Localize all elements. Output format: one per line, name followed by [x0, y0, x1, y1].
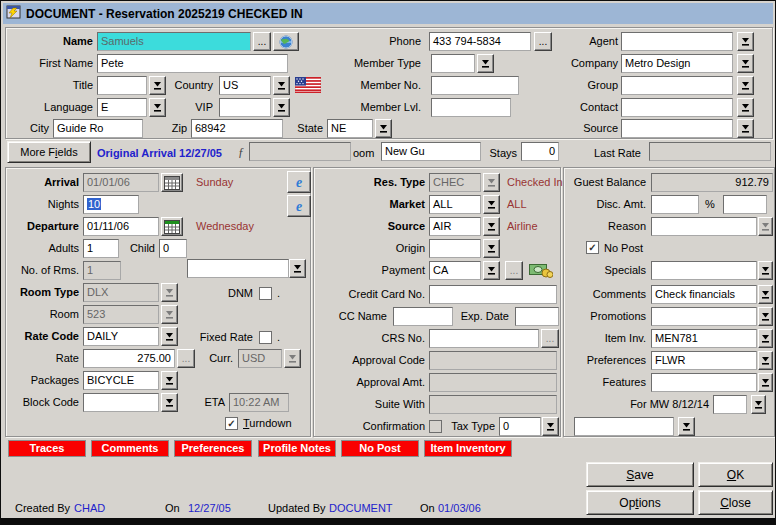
item-inventory-button[interactable]: Item Inventory: [424, 440, 512, 457]
language-field[interactable]: E: [97, 98, 147, 117]
agent-field[interactable]: [621, 32, 733, 51]
traces-button[interactable]: Traces: [8, 440, 86, 457]
company-dropdown-button[interactable]: [737, 54, 754, 73]
res-source-dropdown-button[interactable]: [483, 217, 500, 236]
packages-dropdown-button[interactable]: [161, 371, 178, 390]
block-code-field[interactable]: [83, 393, 159, 412]
adults-field[interactable]: 1: [83, 239, 119, 258]
agent-dropdown-button[interactable]: [737, 32, 754, 51]
disc-amt-field[interactable]: [651, 195, 699, 214]
comments-button[interactable]: Comments: [91, 440, 169, 457]
dnm-checkbox[interactable]: [259, 287, 272, 300]
zip-field[interactable]: 68942: [191, 119, 283, 138]
nights-field[interactable]: 10: [83, 195, 139, 214]
specials-dropdown-button[interactable]: [758, 261, 773, 280]
member-type-dropdown-button[interactable]: [477, 54, 494, 73]
for-mw-field[interactable]: [713, 395, 747, 414]
first-name-field[interactable]: Pete: [97, 54, 288, 73]
market-dropdown-button[interactable]: [483, 195, 500, 214]
contact-field[interactable]: [621, 98, 733, 117]
member-no-field[interactable]: [431, 76, 519, 95]
preferences-button[interactable]: Preferences: [174, 440, 252, 457]
phone-field[interactable]: 433 794-5834: [429, 32, 531, 51]
ok-button[interactable]: OK: [698, 462, 773, 487]
title-field[interactable]: [97, 76, 147, 95]
arrival-calendar-button[interactable]: [161, 173, 183, 192]
rate-field[interactable]: 275.00: [83, 349, 175, 368]
close-button[interactable]: Close: [698, 490, 773, 515]
save-button[interactable]: Save: [586, 462, 694, 487]
payment-field[interactable]: CA: [429, 261, 481, 280]
item-inv-dropdown-button[interactable]: [758, 329, 773, 348]
preferences-field[interactable]: FLWR: [651, 351, 757, 370]
language-label: Language: [21, 99, 93, 115]
specials-field[interactable]: [651, 261, 757, 280]
for-mw-dropdown-button[interactable]: [751, 395, 766, 414]
reason-field[interactable]: [651, 217, 757, 236]
res-source-field[interactable]: AIR: [429, 217, 481, 236]
promotions-dropdown-button[interactable]: [758, 307, 773, 326]
acct-extra-field[interactable]: [574, 417, 674, 436]
source-field[interactable]: [621, 119, 733, 138]
promotions-field[interactable]: [651, 307, 757, 326]
member-lvl-field[interactable]: [431, 98, 511, 117]
state-dropdown-button[interactable]: [375, 119, 392, 138]
country-dropdown-button[interactable]: [273, 76, 290, 95]
more-fields-button[interactable]: More Fields: [7, 141, 91, 163]
departure-calendar-button[interactable]: [161, 217, 183, 236]
disc-pct-field[interactable]: [723, 195, 767, 214]
stay-extra-dropdown-button[interactable]: [289, 259, 306, 278]
language-dropdown-button[interactable]: [149, 98, 166, 117]
name-ellipsis-button[interactable]: ...: [253, 32, 271, 51]
no-post-button[interactable]: No Post: [341, 440, 419, 457]
features-field[interactable]: [651, 373, 757, 392]
turndown-checkbox[interactable]: ✓: [225, 417, 238, 430]
preferences-dropdown-button[interactable]: [758, 351, 773, 370]
fixed-rate-checkbox[interactable]: [259, 331, 272, 344]
name-field[interactable]: Samuels: [97, 32, 251, 51]
comments-field[interactable]: Check financials: [651, 285, 757, 304]
rate-code-field[interactable]: DAILY: [83, 327, 159, 346]
origin-field[interactable]: [429, 239, 481, 258]
city-field[interactable]: Guide Ro: [53, 119, 143, 138]
credit-card-no-field[interactable]: [429, 285, 557, 304]
packages-field[interactable]: BICYCLE: [83, 371, 159, 390]
options-button[interactable]: Options: [586, 490, 694, 515]
crs-no-field[interactable]: [429, 329, 539, 348]
tax-type-field[interactable]: 0: [499, 417, 541, 436]
guest-type-field[interactable]: New Gu: [381, 142, 481, 161]
group-dropdown-button[interactable]: [737, 76, 754, 95]
block-code-dropdown-button[interactable]: [161, 393, 178, 412]
rate-browser-button-2[interactable]: e: [287, 195, 311, 217]
group-field[interactable]: [621, 76, 733, 95]
company-field[interactable]: Metro Design: [621, 54, 733, 73]
rate-browser-button-1[interactable]: e: [287, 171, 311, 193]
rate-code-dropdown-button[interactable]: [161, 327, 178, 346]
payment-dropdown-button[interactable]: [483, 261, 500, 280]
acct-extra-dropdown-button[interactable]: [678, 417, 695, 436]
contact-dropdown-button[interactable]: [737, 98, 754, 117]
no-post-checkbox[interactable]: ✓: [586, 241, 599, 254]
member-type-field[interactable]: [431, 54, 475, 73]
stays-field[interactable]: 0: [521, 142, 559, 161]
child-field[interactable]: 0: [159, 239, 187, 258]
profile-globe-button[interactable]: [273, 32, 299, 51]
vip-dropdown-button[interactable]: [273, 98, 290, 117]
ellipsis-label: ...: [258, 37, 266, 46]
origin-dropdown-button[interactable]: [483, 239, 500, 258]
vip-field[interactable]: [219, 98, 271, 117]
state-field[interactable]: NE: [327, 119, 373, 138]
departure-field[interactable]: 01/11/06: [83, 217, 159, 236]
cc-name-field[interactable]: [393, 307, 453, 326]
tax-type-dropdown-button[interactable]: [542, 417, 559, 436]
stay-extra-field[interactable]: [187, 259, 289, 278]
item-inv-field[interactable]: MEN781: [651, 329, 757, 348]
country-field[interactable]: US: [219, 76, 271, 95]
title-dropdown-button[interactable]: [149, 76, 166, 95]
market-field[interactable]: ALL: [429, 195, 481, 214]
source-dropdown-button[interactable]: [737, 119, 754, 138]
comments-dropdown-button[interactable]: [758, 285, 773, 304]
exp-date-field[interactable]: [515, 307, 559, 326]
profile-notes-button[interactable]: Profile Notes: [258, 440, 336, 457]
features-dropdown-button[interactable]: [758, 373, 773, 392]
